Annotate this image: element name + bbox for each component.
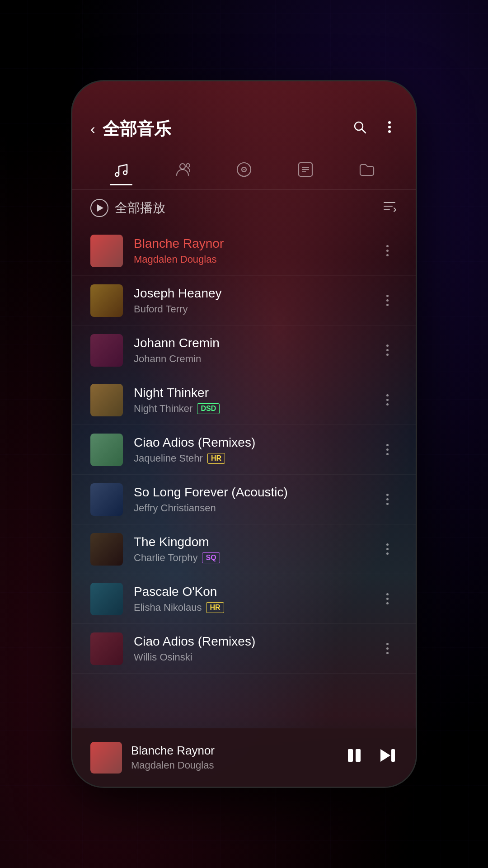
tab-bar xyxy=(72,149,416,190)
tab-playlist[interactable] xyxy=(275,154,336,185)
song-artist-row: Jaqueline Stehr HR xyxy=(134,453,377,464)
header: ‹ 全部音乐 xyxy=(72,108,416,149)
song-more-button[interactable] xyxy=(377,292,398,310)
song-info: Johann Cremin Johann Cremin xyxy=(134,336,377,365)
svg-point-5 xyxy=(115,173,119,176)
song-title: So Long Forever (Acoustic) xyxy=(134,485,288,500)
song-artist: Johann Cremin xyxy=(134,353,201,365)
song-item[interactable]: Ciao Adios (Remixes) Willis Osinski xyxy=(72,624,416,674)
song-info: So Long Forever (Acoustic) Jeffry Christ… xyxy=(134,485,377,514)
more-dots-icon xyxy=(380,292,394,310)
song-title-row: Blanche Raynor xyxy=(134,236,377,251)
sort-icon[interactable] xyxy=(381,198,398,218)
search-icon[interactable] xyxy=(352,119,368,139)
header-actions xyxy=(352,119,398,139)
song-more-button[interactable] xyxy=(377,640,398,658)
song-artist: Charlie Torphy xyxy=(134,552,197,564)
svg-point-11 xyxy=(244,169,245,170)
song-item[interactable]: Ciao Adios (Remixes) Jaqueline Stehr HR xyxy=(72,425,416,475)
song-title: Night Thinker xyxy=(134,386,209,400)
song-artist: Elisha Nikolaus xyxy=(134,602,202,613)
song-item[interactable]: Pascale O'Kon Elisha Nikolaus HR xyxy=(72,574,416,624)
song-item[interactable]: Johann Cremin Johann Cremin xyxy=(72,326,416,375)
song-artist-row: Charlie Torphy SQ xyxy=(134,552,377,564)
tab-album[interactable] xyxy=(213,154,275,185)
play-triangle-icon xyxy=(97,204,103,212)
song-item[interactable]: The Kingdom Charlie Torphy SQ xyxy=(72,524,416,574)
playback-controls xyxy=(344,745,398,769)
song-artist: Magdalen Douglas xyxy=(134,254,216,265)
song-thumbnail xyxy=(90,483,123,516)
song-info: The Kingdom Charlie Torphy SQ xyxy=(134,535,377,564)
play-all-bar: 全部播放 xyxy=(72,190,416,226)
back-button[interactable]: ‹ xyxy=(90,121,95,137)
song-title-row: Pascale O'Kon xyxy=(134,585,377,599)
song-more-button[interactable] xyxy=(377,242,398,260)
song-artist-row: Elisha Nikolaus HR xyxy=(134,602,377,613)
song-title: Ciao Adios (Remixes) xyxy=(134,435,255,450)
tab-artist[interactable] xyxy=(152,154,213,185)
svg-rect-20 xyxy=(356,749,361,762)
quality-badge: HR xyxy=(206,602,224,613)
song-title: Joseph Heaney xyxy=(134,286,222,301)
now-playing-artist: Magdalen Douglas xyxy=(131,760,344,771)
song-artist-row: Willis Osinski xyxy=(134,651,377,663)
song-title-row: Night Thinker xyxy=(134,386,377,400)
svg-rect-22 xyxy=(391,749,395,762)
song-more-button[interactable] xyxy=(377,341,398,359)
more-dots-icon xyxy=(380,242,394,260)
next-button[interactable] xyxy=(378,745,398,769)
song-more-button[interactable] xyxy=(377,540,398,558)
song-list: Blanche Raynor Magdalen Douglas Joseph H… xyxy=(72,226,416,787)
svg-point-4 xyxy=(388,130,391,133)
song-thumbnail xyxy=(90,384,123,416)
more-dots-icon xyxy=(380,491,394,509)
song-more-button[interactable] xyxy=(377,441,398,459)
song-artist: Willis Osinski xyxy=(134,651,192,663)
song-title-row: The Kingdom xyxy=(134,535,377,549)
song-info: Ciao Adios (Remixes) Willis Osinski xyxy=(134,634,377,663)
more-dots-icon xyxy=(380,590,394,608)
song-thumbnail xyxy=(90,533,123,566)
song-title: The Kingdom xyxy=(134,535,209,549)
svg-point-8 xyxy=(186,164,190,167)
song-title-row: So Long Forever (Acoustic) xyxy=(134,485,377,500)
song-title-row: Ciao Adios (Remixes) xyxy=(134,634,377,649)
song-thumbnail xyxy=(90,235,123,267)
song-thumbnail xyxy=(90,334,123,367)
app-container: ‹ 全部音乐 xyxy=(72,81,416,787)
svg-marker-21 xyxy=(380,749,390,762)
tab-folder[interactable] xyxy=(336,154,398,185)
song-thumbnail xyxy=(90,434,123,466)
now-playing-info: Blanche Raynor Magdalen Douglas xyxy=(131,744,344,771)
svg-line-1 xyxy=(362,129,366,133)
more-icon[interactable] xyxy=(381,119,398,139)
song-thumbnail xyxy=(90,583,123,615)
song-title-row: Ciao Adios (Remixes) xyxy=(134,435,377,450)
song-info: Ciao Adios (Remixes) Jaqueline Stehr HR xyxy=(134,435,377,464)
song-info: Night Thinker Night Thinker DSD xyxy=(134,386,377,415)
song-artist-row: Jeffry Christiansen xyxy=(134,502,377,514)
phone-shell: ‹ 全部音乐 xyxy=(72,81,416,787)
song-artist-row: Night Thinker DSD xyxy=(134,403,377,415)
now-playing-bar[interactable]: Blanche Raynor Magdalen Douglas xyxy=(72,728,416,787)
song-title-row: Joseph Heaney xyxy=(134,286,377,301)
song-artist: Jeffry Christiansen xyxy=(134,502,216,514)
tab-music[interactable] xyxy=(90,154,152,185)
song-item[interactable]: So Long Forever (Acoustic) Jeffry Christ… xyxy=(72,475,416,524)
play-all-button[interactable]: 全部播放 xyxy=(90,199,381,217)
song-more-button[interactable] xyxy=(377,590,398,608)
svg-point-7 xyxy=(180,164,185,169)
song-item[interactable]: Joseph Heaney Buford Terry xyxy=(72,276,416,326)
more-dots-icon xyxy=(380,391,394,409)
song-more-button[interactable] xyxy=(377,491,398,509)
song-item[interactable]: Blanche Raynor Magdalen Douglas xyxy=(72,226,416,276)
song-title: Johann Cremin xyxy=(134,336,220,350)
play-all-circle-icon xyxy=(90,199,108,217)
quality-badge: DSD xyxy=(197,403,220,414)
song-more-button[interactable] xyxy=(377,391,398,409)
svg-point-6 xyxy=(123,171,127,175)
song-item[interactable]: Night Thinker Night Thinker DSD xyxy=(72,375,416,425)
play-all-label: 全部播放 xyxy=(115,199,165,217)
pause-button[interactable] xyxy=(344,745,364,769)
